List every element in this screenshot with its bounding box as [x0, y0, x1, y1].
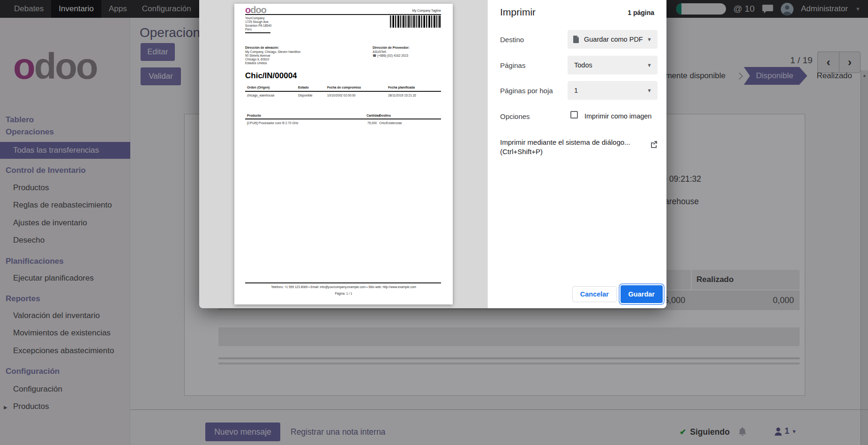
- print-as-image-label: Imprimir como imagen: [584, 112, 651, 120]
- external-link-icon: [650, 141, 658, 148]
- phone-icon: ☎: [373, 54, 377, 57]
- cancel-button[interactable]: Cancelar: [572, 286, 617, 302]
- doc-warehouse-line: My Company, Chicago, Steven Hamilton: [245, 50, 300, 54]
- chevron-down-icon: ▼: [647, 88, 652, 93]
- chevron-down-icon: ▼: [647, 37, 652, 42]
- doc-company-street: 1725 Slough Ave.: [245, 20, 269, 24]
- doc-col-estado: Estado: [298, 86, 309, 89]
- doc-company-underline: [245, 32, 270, 33]
- screen: Debates Inventario Apps Configuración @1…: [0, 0, 868, 445]
- doc-company-country: Perú: [245, 28, 252, 31]
- doc-cell-origen: chicago_warehouse: [247, 94, 275, 97]
- print-dialog-title: Imprimir: [500, 7, 536, 18]
- barcode: [390, 15, 441, 28]
- pages-label: Páginas: [500, 61, 525, 69]
- doc-warehouse-line: Estados Unidos: [245, 61, 267, 65]
- doc-cell-estado: Disponible: [298, 94, 313, 97]
- doc-warehouse-title: Dirección de almacén:: [245, 46, 279, 49]
- doc-col-planificada: Fecha planificada: [388, 86, 415, 89]
- doc-cell-destino: Chic/Existencias: [379, 121, 402, 125]
- destination-select[interactable]: Guardar como PDF ▼: [568, 30, 658, 49]
- doc-cell-planificada: 28/11/2019 15:21:32: [388, 94, 416, 97]
- doc-company-name: YourCompany: [245, 16, 265, 20]
- doc-col-orden: Orden (Origen): [247, 86, 269, 89]
- doc-footer-rule: [245, 282, 441, 283]
- doc-vendor-title: Dirección de Proveedor:: [373, 46, 410, 49]
- options-label: Opciones: [500, 112, 530, 120]
- print-preview-pane: odoo My Company Tagline YourCompany 1725…: [199, 0, 487, 308]
- doc-col-compromiso: Fecha de compromiso: [327, 86, 361, 89]
- doc-warehouse-line: Chicago IL 60610: [245, 58, 269, 61]
- doc-tagline: My Company Tagline: [412, 9, 441, 13]
- doc-table-rule: [245, 119, 441, 119]
- destination-label: Destino: [500, 36, 524, 44]
- pdf-page: odoo My Company Tagline YourCompany 1725…: [234, 4, 453, 304]
- system-dialog-link[interactable]: Imprimir mediante el sistema de diálogo.…: [500, 138, 630, 156]
- doc-col-destino: Destino: [379, 114, 391, 117]
- save-button[interactable]: Guardar: [621, 285, 663, 303]
- doc-col-cantidad: Cantidad: [367, 114, 380, 117]
- doc-company-city: Scranton PA 18540: [245, 24, 271, 28]
- doc-cell-producto: [CPUi5] Procesador core i5 2.70 GHz: [247, 121, 299, 125]
- doc-vendor-phone: ☎ (+886) (02) 4162 2023: [373, 54, 408, 58]
- pages-per-sheet-label: Páginas por hoja: [500, 87, 553, 95]
- print-as-image-checkbox[interactable]: [570, 111, 578, 119]
- print-settings-pane: Imprimir 1 página Destino Guardar como P…: [487, 0, 666, 308]
- pages-select[interactable]: Todos ▼: [568, 56, 658, 74]
- doc-vendor-name: ASUSTeK: [373, 50, 386, 54]
- page-count-label: 1 página: [628, 9, 654, 16]
- doc-header-rule: [245, 14, 441, 15]
- doc-cell-compromiso: 10/10/2002 02:00:00: [327, 94, 356, 97]
- doc-cell-cantidad: 75,000: [367, 121, 377, 125]
- doc-footer-page: Página: 1 / 1: [234, 292, 453, 296]
- doc-col-producto: Producto: [247, 114, 261, 117]
- doc-reference: Chic/IN/00004: [245, 71, 297, 81]
- doc-warehouse-line: 90 Streets Avenue: [245, 54, 270, 58]
- print-dialog: odoo My Company Tagline YourCompany 1725…: [199, 0, 666, 308]
- chevron-down-icon: ▼: [647, 62, 652, 68]
- pages-per-sheet-select[interactable]: 1 ▼: [568, 81, 658, 100]
- document-icon: [573, 36, 579, 43]
- doc-table-rule: [245, 91, 441, 92]
- doc-footer-contact: Teléfono: +1 555 123 8069 • Email: info@…: [234, 285, 453, 289]
